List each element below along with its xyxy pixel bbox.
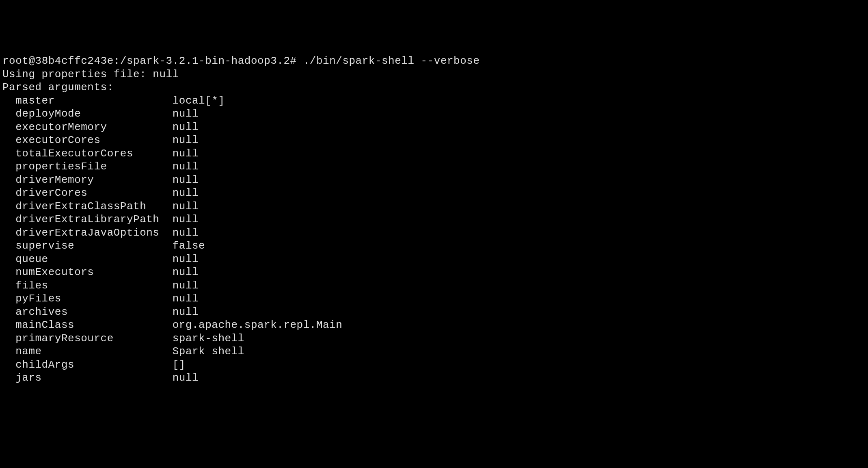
argument-value: null <box>173 147 199 160</box>
argument-row: propertiesFile null <box>2 160 866 173</box>
argument-value: Spark shell <box>173 345 244 358</box>
argument-key: deployMode <box>2 108 173 120</box>
argument-key: files <box>2 280 173 292</box>
argument-value: null <box>173 253 199 265</box>
prompt-host: 38b4cffc243e <box>35 55 114 67</box>
argument-key: totalExecutorCores <box>2 147 173 160</box>
argument-row: archives null <box>2 306 866 319</box>
argument-row: driverExtraJavaOptions null <box>2 226 866 240</box>
argument-row: numExecutors null <box>2 266 866 279</box>
argument-key: pyFiles <box>2 292 173 305</box>
argument-row: driverExtraLibraryPath null <box>2 213 866 226</box>
argument-key: jars <box>2 372 173 384</box>
argument-row: driverExtraClassPath null <box>2 200 866 213</box>
argument-value: false <box>173 240 205 252</box>
argument-key: driverMemory <box>2 174 173 186</box>
argument-value: null <box>173 200 199 212</box>
argument-row: files null <box>2 279 866 292</box>
argument-key: supervise <box>2 240 173 252</box>
argument-row: driverMemory null <box>2 173 866 187</box>
argument-row: executorMemory null <box>2 121 866 134</box>
parsed-arguments-header: Parsed arguments: <box>2 81 866 94</box>
prompt-path: /spark-3.2.1-bin-hadoop3.2 <box>120 55 290 67</box>
command-text: ./bin/spark-shell --verbose <box>303 55 480 67</box>
argument-value: null <box>173 174 199 186</box>
argument-value: null <box>173 108 199 120</box>
properties-file-line: Using properties file: null <box>2 68 866 81</box>
argument-row: master local[*] <box>2 94 866 108</box>
argument-key: numExecutors <box>2 266 173 278</box>
argument-row: queue null <box>2 253 866 266</box>
argument-key: driverExtraJavaOptions <box>2 227 173 239</box>
argument-value: null <box>173 227 199 239</box>
argument-value: null <box>173 292 199 305</box>
argument-key: propertiesFile <box>2 160 173 173</box>
prompt-line: root@38b4cffc243e:/spark-3.2.1-bin-hadoo… <box>2 54 866 68</box>
argument-value: spark-shell <box>173 332 244 344</box>
argument-key: queue <box>2 253 173 265</box>
argument-key: executorCores <box>2 134 173 146</box>
argument-key: mainClass <box>2 319 173 331</box>
argument-row: mainClass org.apache.spark.repl.Main <box>2 318 866 332</box>
terminal-output[interactable]: root@38b4cffc243e:/spark-3.2.1-bin-hadoo… <box>2 54 866 385</box>
argument-key: executorMemory <box>2 121 173 133</box>
argument-key: archives <box>2 306 173 318</box>
arguments-list: master local[*] deployMode null executor… <box>2 94 866 385</box>
argument-value: null <box>173 280 199 292</box>
argument-value: null <box>173 160 199 173</box>
argument-row: name Spark shell <box>2 345 866 358</box>
argument-row: primaryResource spark-shell <box>2 332 866 345</box>
argument-value: null <box>173 134 199 146</box>
argument-key: childArgs <box>2 359 173 371</box>
argument-value: null <box>173 213 199 225</box>
argument-value: [] <box>173 359 186 371</box>
argument-value: null <box>173 121 199 133</box>
argument-key: master <box>2 95 173 107</box>
argument-key: primaryResource <box>2 332 173 344</box>
argument-key: driverExtraClassPath <box>2 200 173 212</box>
argument-row: jars null <box>2 371 866 385</box>
argument-key: name <box>2 345 173 358</box>
argument-row: pyFiles null <box>2 292 866 306</box>
argument-key: driverCores <box>2 187 173 199</box>
argument-value: null <box>173 372 199 384</box>
argument-value: local[*] <box>173 95 225 107</box>
argument-value: null <box>173 187 199 199</box>
argument-row: totalExecutorCores null <box>2 147 866 160</box>
prompt-symbol: # <box>290 55 297 67</box>
argument-row: executorCores null <box>2 134 866 147</box>
argument-row: childArgs [] <box>2 358 866 372</box>
argument-row: supervise false <box>2 239 866 253</box>
argument-value: null <box>173 306 199 318</box>
argument-row: driverCores null <box>2 186 866 200</box>
argument-value: null <box>173 266 199 278</box>
prompt-user: root <box>2 55 28 67</box>
argument-key: driverExtraLibraryPath <box>2 213 173 225</box>
argument-row: deployMode null <box>2 107 866 121</box>
argument-value: org.apache.spark.repl.Main <box>173 319 343 331</box>
